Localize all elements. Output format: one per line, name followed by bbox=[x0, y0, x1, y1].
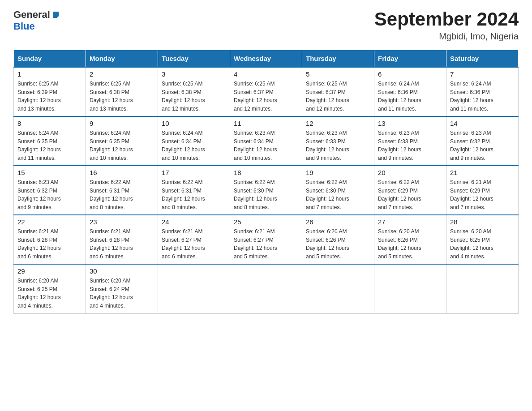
day-info: Sunrise: 6:24 AM Sunset: 6:35 PM Dayligh… bbox=[90, 129, 154, 162]
day-number: 23 bbox=[90, 218, 154, 226]
calendar-cell: 3 Sunrise: 6:25 AM Sunset: 6:38 PM Dayli… bbox=[158, 67, 230, 116]
day-info: Sunrise: 6:25 AM Sunset: 6:37 PM Dayligh… bbox=[234, 80, 298, 113]
calendar-cell: 13 Sunrise: 6:23 AM Sunset: 6:33 PM Dayl… bbox=[374, 116, 446, 166]
logo-blue-text: Blue bbox=[13, 21, 60, 32]
day-info: Sunrise: 6:23 AM Sunset: 6:33 PM Dayligh… bbox=[306, 129, 370, 162]
header-thursday: Thursday bbox=[302, 50, 374, 68]
calendar-cell: 23 Sunrise: 6:21 AM Sunset: 6:28 PM Dayl… bbox=[86, 215, 158, 264]
day-number: 16 bbox=[90, 169, 154, 176]
day-number: 19 bbox=[306, 169, 370, 176]
day-info: Sunrise: 6:23 AM Sunset: 6:33 PM Dayligh… bbox=[378, 129, 442, 162]
day-number: 4 bbox=[234, 70, 298, 78]
day-info: Sunrise: 6:25 AM Sunset: 6:39 PM Dayligh… bbox=[17, 80, 82, 113]
day-number: 6 bbox=[378, 70, 442, 78]
day-number: 1 bbox=[17, 70, 82, 78]
calendar-cell: 8 Sunrise: 6:24 AM Sunset: 6:35 PM Dayli… bbox=[14, 116, 86, 166]
header-saturday: Saturday bbox=[446, 50, 519, 68]
header-monday: Monday bbox=[86, 50, 158, 68]
day-info: Sunrise: 6:21 AM Sunset: 6:27 PM Dayligh… bbox=[234, 227, 298, 261]
calendar-cell: 15 Sunrise: 6:23 AM Sunset: 6:32 PM Dayl… bbox=[14, 166, 86, 215]
weekday-header-row: Sunday Monday Tuesday Wednesday Thursday… bbox=[14, 50, 519, 68]
day-number: 21 bbox=[450, 169, 515, 176]
day-info: Sunrise: 6:25 AM Sunset: 6:37 PM Dayligh… bbox=[306, 80, 370, 113]
header-tuesday: Tuesday bbox=[158, 50, 230, 68]
calendar-cell: 11 Sunrise: 6:23 AM Sunset: 6:34 PM Dayl… bbox=[230, 116, 302, 166]
day-number: 14 bbox=[450, 120, 515, 127]
day-info: Sunrise: 6:22 AM Sunset: 6:31 PM Dayligh… bbox=[90, 178, 154, 211]
calendar-cell: 12 Sunrise: 6:23 AM Sunset: 6:33 PM Dayl… bbox=[302, 116, 374, 166]
calendar-cell: 25 Sunrise: 6:21 AM Sunset: 6:27 PM Dayl… bbox=[230, 215, 302, 264]
day-number: 8 bbox=[17, 120, 82, 127]
calendar-cell: 27 Sunrise: 6:20 AM Sunset: 6:26 PM Dayl… bbox=[374, 215, 446, 264]
day-number: 12 bbox=[306, 120, 370, 127]
day-number: 25 bbox=[234, 218, 298, 226]
calendar-cell bbox=[374, 264, 446, 313]
day-info: Sunrise: 6:22 AM Sunset: 6:31 PM Dayligh… bbox=[162, 178, 226, 211]
calendar-cell: 7 Sunrise: 6:24 AM Sunset: 6:36 PM Dayli… bbox=[446, 67, 519, 116]
calendar-cell: 4 Sunrise: 6:25 AM Sunset: 6:37 PM Dayli… bbox=[230, 67, 302, 116]
day-number: 9 bbox=[90, 120, 154, 127]
calendar-cell: 16 Sunrise: 6:22 AM Sunset: 6:31 PM Dayl… bbox=[86, 166, 158, 215]
header-sunday: Sunday bbox=[14, 50, 86, 68]
day-number: 22 bbox=[17, 218, 82, 226]
day-info: Sunrise: 6:20 AM Sunset: 6:24 PM Dayligh… bbox=[90, 277, 154, 310]
day-info: Sunrise: 6:24 AM Sunset: 6:34 PM Dayligh… bbox=[162, 129, 226, 162]
week-row-3: 15 Sunrise: 6:23 AM Sunset: 6:32 PM Dayl… bbox=[14, 166, 519, 215]
day-number: 29 bbox=[17, 267, 82, 275]
calendar-cell bbox=[302, 264, 374, 313]
week-row-4: 22 Sunrise: 6:21 AM Sunset: 6:28 PM Dayl… bbox=[14, 215, 519, 264]
day-number: 2 bbox=[90, 70, 154, 78]
calendar-cell: 9 Sunrise: 6:24 AM Sunset: 6:35 PM Dayli… bbox=[86, 116, 158, 166]
day-number: 13 bbox=[378, 120, 442, 127]
day-info: Sunrise: 6:23 AM Sunset: 6:32 PM Dayligh… bbox=[17, 178, 82, 211]
day-info: Sunrise: 6:25 AM Sunset: 6:38 PM Dayligh… bbox=[90, 80, 154, 113]
day-info: Sunrise: 6:20 AM Sunset: 6:25 PM Dayligh… bbox=[450, 227, 515, 261]
calendar-cell: 28 Sunrise: 6:20 AM Sunset: 6:25 PM Dayl… bbox=[446, 215, 519, 264]
day-info: Sunrise: 6:21 AM Sunset: 6:28 PM Dayligh… bbox=[90, 227, 154, 261]
calendar-cell bbox=[230, 264, 302, 313]
calendar-cell: 18 Sunrise: 6:22 AM Sunset: 6:30 PM Dayl… bbox=[230, 166, 302, 215]
logo-general-text: General bbox=[13, 9, 50, 21]
day-number: 18 bbox=[234, 169, 298, 176]
calendar-cell bbox=[158, 264, 230, 313]
page-header: General Blue September 2024 Mgbidi, Imo,… bbox=[13, 9, 519, 42]
calendar-title: September 2024 bbox=[374, 9, 519, 30]
day-info: Sunrise: 6:23 AM Sunset: 6:34 PM Dayligh… bbox=[234, 129, 298, 162]
calendar-cell: 14 Sunrise: 6:23 AM Sunset: 6:32 PM Dayl… bbox=[446, 116, 519, 166]
svg-marker-1 bbox=[57, 16, 59, 18]
day-number: 30 bbox=[90, 267, 154, 275]
calendar-cell: 24 Sunrise: 6:21 AM Sunset: 6:27 PM Dayl… bbox=[158, 215, 230, 264]
header-wednesday: Wednesday bbox=[230, 50, 302, 68]
day-info: Sunrise: 6:20 AM Sunset: 6:26 PM Dayligh… bbox=[306, 227, 370, 261]
calendar-subtitle: Mgbidi, Imo, Nigeria bbox=[374, 31, 519, 42]
calendar-cell: 1 Sunrise: 6:25 AM Sunset: 6:39 PM Dayli… bbox=[14, 67, 86, 116]
day-info: Sunrise: 6:20 AM Sunset: 6:26 PM Dayligh… bbox=[378, 227, 442, 261]
calendar-cell: 29 Sunrise: 6:20 AM Sunset: 6:25 PM Dayl… bbox=[14, 264, 86, 313]
calendar-cell: 21 Sunrise: 6:21 AM Sunset: 6:29 PM Dayl… bbox=[446, 166, 519, 215]
calendar-cell: 30 Sunrise: 6:20 AM Sunset: 6:24 PM Dayl… bbox=[86, 264, 158, 313]
day-info: Sunrise: 6:24 AM Sunset: 6:36 PM Dayligh… bbox=[450, 80, 515, 113]
day-number: 20 bbox=[378, 169, 442, 176]
header-friday: Friday bbox=[374, 50, 446, 68]
calendar-cell: 26 Sunrise: 6:20 AM Sunset: 6:26 PM Dayl… bbox=[302, 215, 374, 264]
week-row-5: 29 Sunrise: 6:20 AM Sunset: 6:25 PM Dayl… bbox=[14, 264, 519, 313]
calendar-cell: 22 Sunrise: 6:21 AM Sunset: 6:28 PM Dayl… bbox=[14, 215, 86, 264]
calendar-cell: 17 Sunrise: 6:22 AM Sunset: 6:31 PM Dayl… bbox=[158, 166, 230, 215]
calendar-cell: 2 Sunrise: 6:25 AM Sunset: 6:38 PM Dayli… bbox=[86, 67, 158, 116]
calendar-cell: 5 Sunrise: 6:25 AM Sunset: 6:37 PM Dayli… bbox=[302, 67, 374, 116]
calendar-cell: 19 Sunrise: 6:22 AM Sunset: 6:30 PM Dayl… bbox=[302, 166, 374, 215]
day-number: 5 bbox=[306, 70, 370, 78]
day-number: 26 bbox=[306, 218, 370, 226]
day-info: Sunrise: 6:22 AM Sunset: 6:29 PM Dayligh… bbox=[378, 178, 442, 211]
day-number: 7 bbox=[450, 70, 515, 78]
title-section: September 2024 Mgbidi, Imo, Nigeria bbox=[374, 9, 519, 42]
calendar-table: Sunday Monday Tuesday Wednesday Thursday… bbox=[13, 50, 519, 314]
day-number: 17 bbox=[162, 169, 226, 176]
day-number: 11 bbox=[234, 120, 298, 127]
logo-arrow-icon bbox=[51, 10, 60, 20]
day-info: Sunrise: 6:21 AM Sunset: 6:28 PM Dayligh… bbox=[17, 227, 82, 261]
day-info: Sunrise: 6:20 AM Sunset: 6:25 PM Dayligh… bbox=[17, 277, 82, 310]
day-info: Sunrise: 6:23 AM Sunset: 6:32 PM Dayligh… bbox=[450, 129, 515, 162]
logo: General Blue bbox=[13, 9, 60, 32]
calendar-cell bbox=[446, 264, 519, 313]
